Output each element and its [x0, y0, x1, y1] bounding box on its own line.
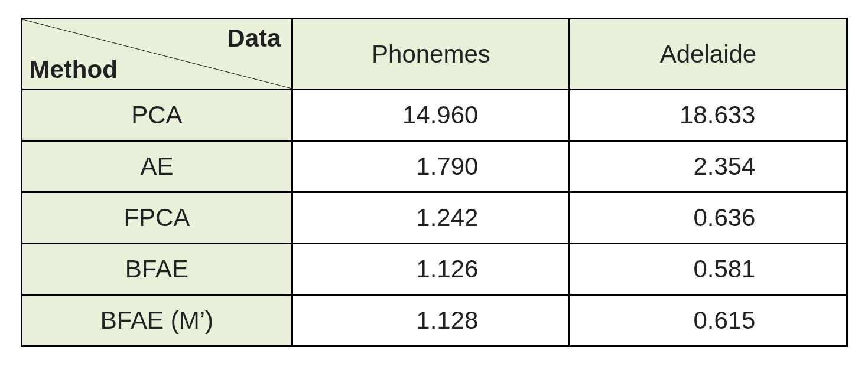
- results-table: Data Method Phonemes Adelaide PCA 14.960…: [21, 18, 848, 347]
- data-cell: 14.960: [292, 90, 570, 141]
- data-cell: 0.581: [570, 244, 847, 295]
- data-cell: 1.128: [292, 295, 570, 346]
- corner-top-label: Data: [227, 24, 281, 53]
- data-cell: 1.126: [292, 244, 570, 295]
- row-label: BFAE (M’): [21, 295, 292, 346]
- corner-bottom-label: Method: [30, 55, 118, 84]
- data-cell: 1.790: [292, 141, 570, 192]
- data-cell: 18.633: [570, 90, 847, 141]
- row-label: PCA: [21, 90, 292, 141]
- header-row: Data Method Phonemes Adelaide: [21, 19, 847, 90]
- col-header-adelaide: Adelaide: [570, 19, 847, 90]
- col-header-phonemes: Phonemes: [292, 19, 570, 90]
- row-label: AE: [21, 141, 292, 192]
- data-cell: 0.636: [570, 192, 847, 244]
- table-row: PCA 14.960 18.633: [21, 90, 847, 141]
- corner-cell: Data Method: [21, 19, 292, 90]
- results-table-wrapper: Data Method Phonemes Adelaide PCA 14.960…: [21, 18, 848, 347]
- row-label: FPCA: [21, 192, 292, 244]
- data-cell: 2.354: [570, 141, 847, 192]
- table-row: AE 1.790 2.354: [21, 141, 847, 192]
- data-cell: 0.615: [570, 295, 847, 346]
- row-label: BFAE: [21, 244, 292, 295]
- table-row: FPCA 1.242 0.636: [21, 192, 847, 244]
- table-row: BFAE 1.126 0.581: [21, 244, 847, 295]
- data-cell: 1.242: [292, 192, 570, 244]
- table-row: BFAE (M’) 1.128 0.615: [21, 295, 847, 346]
